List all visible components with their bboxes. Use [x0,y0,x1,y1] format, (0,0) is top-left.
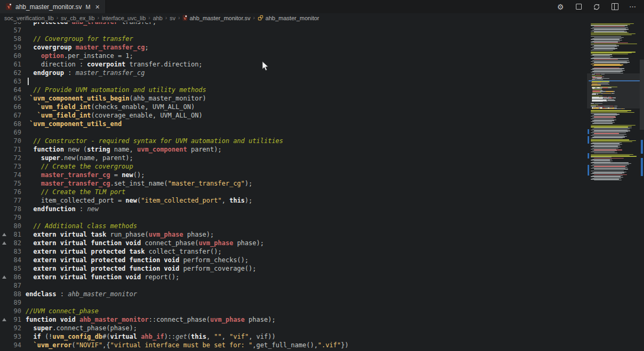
line-text: covergroup master_transfer_cg; [21,43,148,52]
code-line[interactable]: 73 // Create the covergroup [0,162,588,171]
code-line[interactable]: 72 super.new(name, parent); [0,154,588,162]
minimap-line [594,158,624,158]
code-line[interactable]: 67 `uvm_field_int(coverage_enable, UVM_A… [0,111,588,120]
code-token: // Additional class methods [33,222,137,230]
code-token: endfunction [33,205,75,213]
code-line[interactable]: 77 item_collected_port = new("item_colle… [0,196,588,205]
scrollbar-slider[interactable] [640,60,644,130]
minimap-line [594,153,617,153]
code-line[interactable]: 79 [0,213,588,222]
code-line[interactable]: 56 protected ahb_transfer transfer; [0,22,588,26]
code-token: extern virtual protected function void [33,265,179,272]
gutter-marker-slot [0,111,9,120]
minimap-line [592,94,596,94]
code-line[interactable]: 93 if (!uvm_config_db#(virtual ahb_if)::… [0,332,588,341]
minimap-change-mark [588,165,589,176]
code-token [26,256,33,264]
code-line[interactable]: 62 endgroup : master_transfer_cg [0,69,588,77]
tab-ahb-master-monitor[interactable]: v ahb_master_monitor.sv M × [0,0,106,13]
code-line[interactable]: 81 extern virtual task run_phase(uvm_pha… [0,230,588,239]
minimap-line [592,164,629,165]
line-number: 89 [9,298,21,307]
code-line[interactable]: 89 [0,298,588,307]
breadcrumb-symbol[interactable]: ahb_master_monitor [266,15,319,21]
code-token: }) [341,341,348,349]
code-line[interactable]: 94 `uvm_error("NOVIF",{"virtual interfac… [0,341,588,349]
line-number: 80 [9,222,21,230]
code-token: ahb_master_monitor [79,316,148,323]
code-line[interactable]: 69 [0,128,588,137]
code-line[interactable]: 57 [0,26,588,35]
code-line[interactable]: 63 [0,77,588,86]
code-line[interactable]: 87 [0,281,588,290]
code-line[interactable]: 92 super.connect_phase(phase); [0,324,588,332]
gutter-marker-slot [0,281,9,290]
gutter-marker-slot [0,205,9,213]
square-icon[interactable] [574,3,583,11]
line-text: protected ahb_transfer transfer; [21,22,156,26]
breadcrumb-separator: › [178,15,180,21]
minimap-line [621,108,624,109]
code-line[interactable]: 90//UVM connect_phase [0,307,588,315]
synchronize-icon[interactable] [592,3,601,11]
line-number: 81 [9,230,21,239]
code-token: //UVM connect_phase [26,307,98,315]
code-line[interactable]: 58 // Covergroup for transfer [0,35,588,43]
gutter-marker-slot [0,94,9,103]
breadcrumb-item[interactable]: sv [170,15,176,21]
code-line[interactable]: 86 extern virtual function void report()… [0,273,588,281]
minimap-line [592,89,602,90]
code-line[interactable]: 64 // Provide UVM automation and utility… [0,86,588,94]
line-number: 65 [9,94,21,103]
code-token: direction : [26,61,87,68]
code-line[interactable]: 65 `uvm_component_utils_begin(ahb_master… [0,94,588,103]
code-token: if [33,333,40,340]
code-editor[interactable]: 56 protected ahb_transfer transfer;5758 … [0,22,588,351]
code-token: endclass [26,290,56,298]
code-line[interactable]: 68 `uvm_component_utils_end [0,120,588,128]
code-line[interactable]: 74 master_transfer_cg = new(); [0,171,588,179]
breadcrumb-item[interactable]: soc_verification_lib [4,15,54,21]
code-line[interactable]: 78 endfunction : new [0,205,588,213]
minimap-line [594,174,627,175]
text-caret [28,78,29,85]
line-number: 90 [9,307,21,315]
breadcrumb-file[interactable]: ahb_master_monitor.sv [189,15,250,21]
line-number: 76 [9,188,21,196]
minimap[interactable] [587,22,640,351]
code-token: : [56,290,68,298]
code-token: name, [110,146,137,153]
code-line[interactable]: 76 // Create the TLM port [0,188,588,196]
code-line[interactable]: 85 extern virtual protected function voi… [0,264,588,273]
code-token: uvm_phase [199,239,233,247]
split-editor-icon[interactable] [610,3,619,11]
close-icon[interactable]: × [95,3,100,11]
code-line[interactable]: 91function void ahb_master_monitor::conn… [0,315,588,324]
code-token [137,333,141,340]
minimap-line [608,87,612,88]
settings-gear-icon[interactable]: ⚙ [556,3,565,11]
code-line[interactable]: 61 direction : coverpoint transfer.direc… [0,60,588,69]
breadcrumb-item[interactable]: sv_cb_ex_lib [61,15,95,21]
breadcrumb-item[interactable]: interface_uvc_lib [102,15,146,21]
more-actions-icon[interactable]: ⋯ [629,3,637,11]
code-line[interactable]: 59 covergroup master_transfer_cg; [0,43,588,52]
scrollbar[interactable] [640,22,644,351]
line-number: 78 [9,205,21,213]
code-token: extern virtual function void [33,273,141,281]
minimap-line [592,65,622,66]
line-number: 86 [9,273,21,281]
code-line[interactable]: 88endclass : ahb_master_monitor [0,290,588,298]
breadcrumb-item[interactable]: ahb [153,15,162,21]
code-line[interactable]: 60 option.per_instance = 1; [0,52,588,60]
code-line[interactable]: 82 extern virtual function void connect_… [0,239,588,247]
code-line[interactable]: 70 // Constructor - required syntax for … [0,137,588,145]
code-line[interactable]: 71 function new (string name, uvm_compon… [0,145,588,154]
code-line[interactable]: 83 extern virtual protected task collect… [0,247,588,256]
code-line[interactable]: 66 `uvm_field_int(checks_enable, UVM_ALL… [0,103,588,111]
code-token: item_collected_port = [26,197,126,204]
code-line[interactable]: 75 master_transfer_cg.set_inst_name("mas… [0,179,588,188]
code-line[interactable]: 80 // Additional class methods [0,222,588,230]
code-line[interactable]: 84 extern virtual protected function voi… [0,256,588,264]
breadcrumb-separator: › [56,15,58,21]
